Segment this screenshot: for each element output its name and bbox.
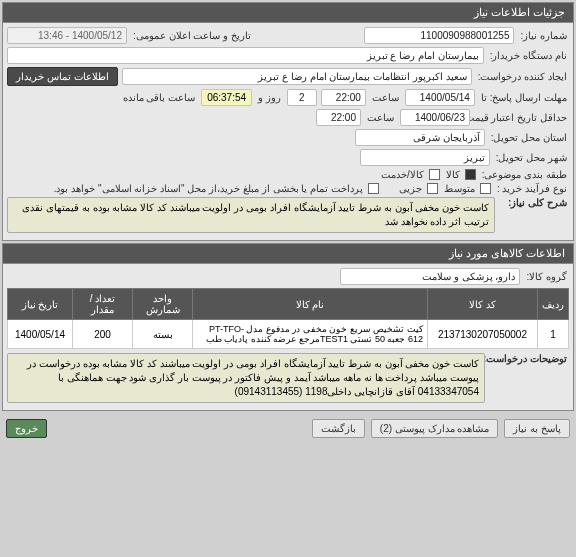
validity-date-field: 1400/06/23 — [400, 109, 470, 126]
summary-label: شرح کلی نیاز: — [499, 197, 569, 208]
announce-field: 1400/05/12 - 13:46 — [7, 27, 127, 44]
requester-label: ایجاد کننده درخواست: — [476, 71, 569, 82]
deadline-time-label: ساعت — [370, 92, 401, 103]
summary-textarea: کاست خون مخفی آبون به شرط تایید آزمایشگا… — [7, 197, 495, 233]
back-button[interactable]: بازگشت — [312, 419, 365, 438]
checkbox-icon — [429, 169, 440, 180]
validity-label: حداقل تاریخ اعتبار قیمت تا تاریخ: — [474, 112, 569, 124]
time-remaining-field: 06:37:54 — [201, 89, 252, 106]
desc-label: توضیحات درخواست: — [489, 353, 569, 364]
col-row: ردیف — [538, 289, 569, 320]
payment-note-checkbox[interactable]: پرداخت تمام یا بخشی از مبلغ خرید،از محل … — [52, 183, 379, 194]
cell-row: 1 — [538, 320, 569, 349]
table-header-row: ردیف کد کالا نام کالا واحد شمارش تعداد /… — [8, 289, 569, 320]
panel2-title: اطلاعات کالاهای مورد نیاز — [3, 244, 573, 264]
action-bar: پاسخ به نیاز مشاهده مدارک پیوستی (2) باز… — [0, 413, 576, 444]
cell-unit: بسته — [133, 320, 193, 349]
group-field: دارو، پزشکی و سلامت — [340, 268, 520, 285]
payment-note-label: پرداخت تمام یا بخشی از مبلغ خرید،از محل … — [52, 183, 365, 194]
col-unit: واحد شمارش — [133, 289, 193, 320]
purchase-type-label: نوع فرآیند خرید : — [495, 183, 569, 194]
validity-time-label: ساعت — [365, 112, 396, 123]
days-remaining-field: 2 — [287, 89, 317, 106]
reply-button[interactable]: پاسخ به نیاز — [504, 419, 570, 438]
desc-textarea: کاست خون مخفی آبون به شرط تایید آزمایشگا… — [7, 353, 485, 403]
deadline-label: مهلت ارسال پاسخ: تا — [479, 92, 569, 103]
col-date: تاریخ نیاز — [8, 289, 73, 320]
attachments-button[interactable]: مشاهده مدارک پیوستی (2) — [371, 419, 499, 438]
need-number-field: 1100090988001255 — [364, 27, 514, 44]
exit-button[interactable]: خروج — [6, 419, 47, 438]
purchase-type-medium-radio[interactable]: متوسط — [442, 183, 491, 194]
need-details-panel: جزئیات اطلاعات نیاز شماره نیاز: 11000909… — [2, 2, 574, 241]
announce-label: تاریخ و ساعت اعلان عمومی: — [131, 30, 253, 41]
days-label: روز و — [256, 92, 283, 103]
cell-code: 2137130207050002 — [428, 320, 538, 349]
radio-icon — [480, 183, 491, 194]
province-label: استان محل تحویل: — [489, 132, 569, 143]
category-label: طبقه بندی موضوعی: — [480, 169, 569, 180]
col-name: نام کالا — [193, 289, 428, 320]
city-field: تبریز — [360, 149, 490, 166]
radio-icon — [427, 183, 438, 194]
panel1-title: جزئیات اطلاعات نیاز — [3, 3, 573, 23]
contact-info-button[interactable]: اطلاعات تماس خریدار — [7, 67, 118, 86]
check-icon — [465, 169, 476, 180]
cell-name: کیت تشخیص سریع خون مخفی در مدفوع مدل PT-… — [193, 320, 428, 349]
category-goods-label: کالا — [444, 169, 462, 180]
validity-time-field: 22:00 — [316, 109, 361, 126]
purchase-minor-label: جزیی — [397, 183, 424, 194]
purchase-type-minor-radio[interactable]: جزیی — [397, 183, 438, 194]
category-goods-checkbox[interactable]: کالا — [444, 169, 476, 180]
goods-table: ردیف کد کالا نام کالا واحد شمارش تعداد /… — [7, 288, 569, 349]
cell-date: 1400/05/14 — [8, 320, 73, 349]
category-service-checkbox[interactable]: کالا/خدمت — [379, 169, 440, 180]
goods-info-panel: اطلاعات کالاهای مورد نیاز گروه کالا: دار… — [2, 243, 574, 411]
buyer-field: بیمارستان امام رضا ع تبریز — [7, 47, 484, 64]
deadline-date-field: 1400/05/14 — [405, 89, 475, 106]
col-code: کد کالا — [428, 289, 538, 320]
checkbox-icon — [368, 183, 379, 194]
table-row[interactable]: 1 2137130207050002 کیت تشخیص سریع خون مخ… — [8, 320, 569, 349]
col-qty: تعداد / مقدار — [73, 289, 133, 320]
purchase-medium-label: متوسط — [442, 183, 477, 194]
requester-field: سعید اکبرپور انتظامات بیمارستان امام رضا… — [122, 68, 472, 85]
cell-qty: 200 — [73, 320, 133, 349]
remain-label: ساعت باقی مانده — [121, 92, 198, 103]
deadline-time-field: 22:00 — [321, 89, 366, 106]
city-label: شهر محل تحویل: — [494, 152, 569, 163]
group-label: گروه کالا: — [524, 271, 569, 282]
province-field: آذربایجان شرقی — [355, 129, 485, 146]
need-number-label: شماره نیاز: — [518, 30, 569, 41]
buyer-label: نام دستگاه خریدار: — [488, 50, 569, 61]
category-service-label: کالا/خدمت — [379, 169, 426, 180]
